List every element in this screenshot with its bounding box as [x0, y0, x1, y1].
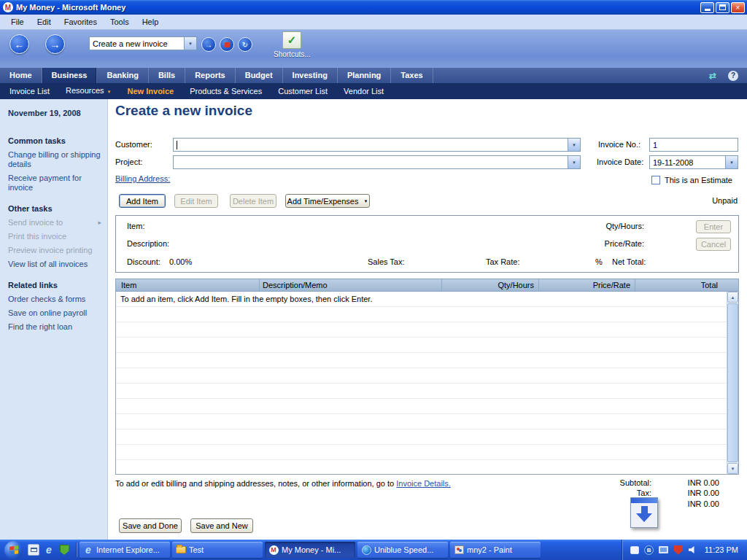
- navigation-dropdown[interactable]: Create a new invoice ▼: [89, 36, 197, 50]
- scrollbar-thumb[interactable]: [727, 303, 738, 462]
- invoice-details-link[interactable]: Invoice Details.: [396, 479, 451, 488]
- start-button[interactable]: [4, 541, 23, 559]
- related-links-heading: Related links: [8, 281, 103, 289]
- tab-reports[interactable]: Reports: [185, 68, 236, 83]
- menu-tools[interactable]: Tools: [104, 15, 136, 30]
- shortcuts-button[interactable]: ✓ Shortcuts...: [274, 31, 310, 58]
- sidebar-item-view-invoices[interactable]: View list of all invoices: [8, 260, 103, 269]
- customer-dropdown-icon[interactable]: ▼: [568, 139, 580, 151]
- sidebar-item-preview-printing: Preview invoice printing: [8, 246, 103, 255]
- task-my-money[interactable]: M My Money - Mi...: [265, 542, 355, 558]
- tab-planning[interactable]: Planning: [338, 68, 391, 83]
- submenu-arrow-icon: ▸: [98, 218, 101, 228]
- go-button[interactable]: →: [201, 37, 216, 52]
- description-label: Description:: [127, 239, 169, 248]
- menu-favorites[interactable]: Favorites: [58, 15, 104, 30]
- billing-address-link[interactable]: Billing Address:: [115, 174, 170, 183]
- column-header-total[interactable]: Total: [635, 279, 738, 291]
- invoice-date-dropdown-icon[interactable]: ▼: [725, 156, 738, 168]
- sidebar-item-receive-payment[interactable]: Receive payment for invoice: [8, 174, 103, 192]
- tax-label: Tax:: [593, 489, 651, 497]
- tab-taxes[interactable]: Taxes: [391, 68, 433, 83]
- add-time-dropdown-icon: ▼: [363, 199, 368, 203]
- task-internet-explorer[interactable]: e Internet Explore...: [80, 542, 170, 558]
- sidebar-item-change-billing[interactable]: Change billing or shipping details: [8, 150, 103, 169]
- subnav-invoice-list[interactable]: Invoice List: [1, 83, 58, 99]
- column-header-qty[interactable]: Qty/Hours: [442, 279, 539, 291]
- sidebar-item-online-payroll[interactable]: Save on online payroll: [8, 308, 103, 318]
- folder-icon: [176, 545, 186, 555]
- scroll-down-icon[interactable]: ▼: [727, 463, 738, 474]
- customer-input[interactable]: ▼: [173, 138, 581, 152]
- volume-icon[interactable]: [688, 545, 698, 555]
- tab-banking[interactable]: Banking: [97, 68, 148, 83]
- quick-launch-ie-icon[interactable]: e: [43, 544, 55, 556]
- subnav-new-invoice[interactable]: New Invoice: [120, 83, 182, 99]
- sidebar-item-print-invoice: Print this invoice: [8, 232, 103, 241]
- menubar: File Edit Favorites Tools Help: [0, 15, 747, 30]
- invoice-no-label: Invoice No.:: [598, 140, 640, 149]
- subnav-customer-list[interactable]: Customer List: [270, 83, 336, 99]
- sync-icon[interactable]: ⇄: [709, 71, 716, 81]
- invoice-date-value: 19-11-2008: [653, 158, 693, 167]
- items-table-header: Item Description/Memo Qty/Hours Price/Ra…: [115, 279, 739, 292]
- tab-business[interactable]: Business: [42, 68, 98, 83]
- quick-launch-desktop-icon[interactable]: [28, 544, 39, 556]
- task-test-folder[interactable]: Test: [172, 542, 263, 558]
- back-button[interactable]: ←: [9, 34, 29, 54]
- subnav-vendor-list[interactable]: Vendor List: [336, 83, 392, 99]
- tab-bills[interactable]: Bills: [149, 68, 185, 83]
- table-scrollbar[interactable]: ▲ ▼: [727, 292, 738, 474]
- display-icon[interactable]: [659, 545, 669, 555]
- stop-button[interactable]: [220, 37, 234, 52]
- price-rate-label: Price/Rate:: [605, 239, 644, 248]
- paint-icon: [454, 545, 464, 555]
- scroll-up-icon[interactable]: ▲: [727, 292, 738, 303]
- column-header-description[interactable]: Description/Memo: [260, 279, 442, 291]
- security-shield-icon[interactable]: [673, 545, 684, 555]
- edit-item-button: Edit Item: [174, 194, 218, 208]
- add-item-button[interactable]: Add Item: [119, 194, 166, 208]
- dropdown-arrow-icon[interactable]: ▼: [184, 37, 196, 50]
- task-uniblue[interactable]: Uniblue Speed...: [357, 542, 448, 558]
- business-subnav: Invoice List Resources▼ New Invoice Prod…: [0, 83, 747, 99]
- invoice-no-input[interactable]: [649, 138, 738, 152]
- menu-file[interactable]: File: [4, 15, 31, 30]
- down-arrow-icon: [641, 506, 648, 513]
- tax-value: INR 0.00: [661, 489, 719, 497]
- invoice-date-input[interactable]: 19-11-2008 ▼: [649, 155, 738, 169]
- save-and-done-button[interactable]: Save and Done: [119, 518, 182, 533]
- sidebar-item-order-checks[interactable]: Order checks & forms: [8, 295, 103, 304]
- project-input[interactable]: ▼: [173, 155, 581, 169]
- tab-investing[interactable]: Investing: [283, 68, 338, 83]
- refresh-button[interactable]: ↻: [238, 37, 252, 52]
- maximize-button[interactable]: [716, 2, 729, 13]
- bluetooth-icon[interactable]: B: [644, 545, 654, 555]
- estimate-checkbox[interactable]: [651, 176, 660, 184]
- payment-status: Unpaid: [712, 196, 738, 205]
- tray-app-icon[interactable]: [630, 545, 640, 555]
- subtotal-value: INR 0.00: [661, 478, 719, 487]
- project-dropdown-icon[interactable]: ▼: [568, 156, 580, 168]
- menu-help[interactable]: Help: [136, 15, 166, 30]
- save-and-new-button[interactable]: Save and New: [190, 518, 253, 533]
- subnav-products-services[interactable]: Products & Services: [182, 83, 270, 99]
- quick-launch-shield-icon[interactable]: [58, 544, 70, 556]
- overlay-titlebar: [631, 498, 657, 503]
- tab-budget[interactable]: Budget: [236, 68, 283, 83]
- task-paint[interactable]: mny2 - Paint: [450, 542, 541, 558]
- column-header-price[interactable]: Price/Rate: [539, 279, 635, 291]
- close-button[interactable]: ×: [731, 2, 745, 13]
- shortcuts-label: Shortcuts...: [274, 50, 310, 58]
- help-icon[interactable]: ?: [728, 71, 738, 81]
- subnav-resources[interactable]: Resources▼: [58, 82, 120, 99]
- add-time-expenses-button[interactable]: Add Time/Expenses ▼: [285, 194, 370, 208]
- forward-button[interactable]: →: [45, 34, 65, 54]
- tab-home[interactable]: Home: [0, 68, 42, 83]
- minimize-button[interactable]: [700, 2, 714, 13]
- sidebar-item-right-loan[interactable]: Find the right loan: [8, 322, 103, 332]
- sales-tax-label: Sales Tax:: [368, 257, 405, 266]
- menu-edit[interactable]: Edit: [31, 15, 58, 30]
- column-header-item[interactable]: Item: [116, 279, 260, 291]
- net-total-label: Net Total:: [612, 257, 646, 266]
